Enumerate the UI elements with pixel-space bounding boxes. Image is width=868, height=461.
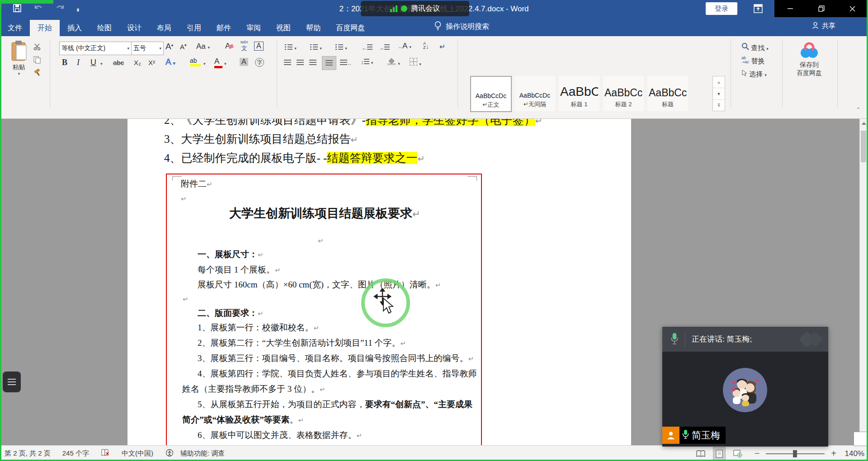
document-line-17[interactable]: 姓名（主要指导教师不多于 3 位）。↵ bbox=[182, 384, 325, 395]
subscript-button[interactable]: X₂ bbox=[134, 59, 141, 66]
login-button[interactable]: 登录 bbox=[706, 2, 737, 15]
italic-button[interactable]: I bbox=[77, 58, 80, 67]
zoom-slider-thumb[interactable] bbox=[793, 450, 797, 457]
shrink-font-icon[interactable]: A▾ bbox=[180, 43, 187, 51]
document-line-16[interactable]: 4、展板第四行：学院、项目负责人姓名、参与项目的学生姓名、指导教师 bbox=[198, 369, 477, 379]
document-line-20[interactable]: 6、展板中可以图文并茂、表格数据并存。↵ bbox=[198, 430, 362, 441]
change-case-icon[interactable]: Aa ▾ bbox=[196, 42, 210, 51]
align-left-icon[interactable] bbox=[284, 59, 291, 66]
customize-qat-icon[interactable]: ▾ bbox=[77, 7, 79, 11]
tab-baidu-netdisk[interactable]: 百度网盘 bbox=[328, 20, 373, 36]
language-indicator[interactable]: 中文(中国) bbox=[122, 449, 153, 458]
document-line-11[interactable]: ↵ bbox=[183, 294, 188, 304]
superscript-button[interactable]: X² bbox=[148, 59, 155, 66]
line-spacing-icon[interactable]: ↕ ▾ bbox=[361, 58, 373, 66]
zoom-in-button[interactable]: + bbox=[831, 448, 836, 459]
grow-font-icon[interactable]: A▴ bbox=[165, 42, 173, 52]
tab-help[interactable]: 帮助 bbox=[298, 20, 328, 36]
styles-scroll-up-icon[interactable]: ▲ bbox=[713, 76, 725, 88]
save-icon[interactable] bbox=[13, 4, 22, 14]
style-card-1[interactable]: AaBbCcDc↵正文 bbox=[470, 76, 512, 112]
tab-mailings[interactable]: 邮件 bbox=[209, 20, 239, 36]
font-size-combo[interactable]: 五号▾ bbox=[131, 42, 164, 55]
document-line-5[interactable]: ↵ bbox=[181, 193, 186, 204]
redo-icon[interactable] bbox=[55, 4, 65, 14]
shading-bucket-icon[interactable]: ▾ bbox=[387, 57, 400, 66]
save-to-baidu-netdisk-button[interactable]: 保存到 百度网盘 bbox=[786, 42, 833, 77]
styles-more-icon[interactable]: ⊽ bbox=[713, 99, 725, 111]
phonetic-guide-icon[interactable]: wén文 bbox=[241, 40, 248, 52]
bold-button[interactable]: B bbox=[62, 58, 67, 67]
clear-formatting-icon[interactable]: A bbox=[225, 42, 233, 51]
meeting-panel-toggle[interactable] bbox=[3, 372, 21, 392]
tab-draw[interactable]: 绘图 bbox=[90, 20, 119, 36]
document-line-15[interactable]: 3、展板第三行：项目编号、项目名称。项目编号按照合同书上的编号。↵ bbox=[198, 353, 474, 364]
style-card-3[interactable]: AaBbCcDc标题 1 bbox=[559, 76, 599, 111]
align-center-icon[interactable] bbox=[297, 59, 304, 66]
document-line-6[interactable]: 大学生创新训练项目结题展板要求↵ bbox=[229, 206, 420, 221]
show-hide-marks-icon[interactable]: ↵ bbox=[439, 42, 445, 51]
bullets-icon[interactable]: ▾ bbox=[285, 43, 297, 51]
web-layout-icon[interactable] bbox=[732, 447, 744, 460]
document-line-12[interactable]: 二、版面要求：↵ bbox=[198, 308, 263, 319]
character-shading-icon[interactable]: A bbox=[240, 58, 248, 66]
borders-icon[interactable]: ▾ bbox=[410, 58, 421, 67]
distribute-icon[interactable]: ↔ bbox=[340, 59, 352, 66]
document-line-7[interactable]: ↵ bbox=[318, 235, 323, 246]
meeting-video-area[interactable]: 简玉梅 bbox=[662, 352, 828, 447]
document-line-14[interactable]: 2、展板第二行：“大学生创新活动计划项目”11 个字。↵ bbox=[198, 338, 406, 348]
document-line-4[interactable]: 附件二↵ bbox=[181, 179, 212, 189]
document-line-1[interactable]: 2、《大学生创新训练项目结题申请表》-指导老师，学生签好字（电子签）↵ bbox=[164, 119, 542, 127]
page-indicator[interactable]: 第 2 页, 共 2 页 bbox=[5, 449, 51, 458]
decrease-indent-icon[interactable]: ← bbox=[362, 43, 373, 51]
word-count[interactable]: 245 个字 bbox=[62, 449, 89, 458]
zoom-percentage[interactable]: 140% bbox=[843, 449, 864, 458]
accessibility-icon[interactable] bbox=[165, 449, 174, 458]
proofing-status-icon[interactable] bbox=[101, 449, 110, 458]
document-line-3[interactable]: 4、已经制作完成的展板电子版- -结题答辩要求之一↵ bbox=[164, 151, 425, 165]
enclose-characters-icon[interactable]: 字 bbox=[255, 58, 264, 67]
find-button[interactable]: 查找 ▾ bbox=[741, 42, 769, 52]
scroll-up-icon[interactable] bbox=[862, 122, 866, 125]
multilevel-list-icon[interactable]: ▾ bbox=[335, 43, 347, 51]
meeting-banner[interactable]: 腾讯会议 bbox=[361, 1, 469, 16]
tell-me-box[interactable]: 操作说明搜索 bbox=[434, 21, 489, 33]
zoom-slider[interactable] bbox=[766, 450, 825, 457]
document-line-18[interactable]: 5、从展板第五行开始，为项目的正式内容，要求有“创新点”、“主要成果 bbox=[198, 400, 472, 410]
text-highlight-icon[interactable]: ab bbox=[190, 57, 201, 66]
highlight-dropdown-icon[interactable]: ▾ bbox=[203, 61, 206, 66]
cut-icon[interactable] bbox=[33, 43, 42, 52]
minimize-button[interactable] bbox=[774, 0, 806, 17]
style-card-5[interactable]: AaBbCcDc标题 bbox=[647, 76, 688, 111]
format-painter-icon[interactable] bbox=[33, 69, 41, 78]
read-mode-icon[interactable] bbox=[695, 447, 707, 460]
tab-view[interactable]: 视图 bbox=[269, 20, 298, 36]
asian-layout-icon[interactable]: ↔A ▾ bbox=[398, 42, 411, 51]
replace-button[interactable]: ab⇢ac 替换 bbox=[741, 56, 764, 66]
sort-icon[interactable]: AZ↓ bbox=[423, 42, 429, 50]
document-line-8[interactable]: 一、展板尺寸：↵ bbox=[198, 249, 263, 260]
document-line-19[interactable]: 简介”或“体验及收获”等要素。↵ bbox=[182, 415, 304, 425]
tab-design[interactable]: 设计 bbox=[119, 20, 149, 36]
tab-file[interactable]: 文件 bbox=[0, 20, 30, 36]
tab-home[interactable]: 开始 bbox=[30, 20, 60, 36]
font-name-combo[interactable]: 等线 (中文正文)▾ bbox=[59, 42, 132, 55]
styles-scroll-down-icon[interactable]: ▼ bbox=[713, 88, 725, 99]
share-button[interactable]: 共享 bbox=[812, 22, 835, 30]
tab-insert[interactable]: 插入 bbox=[60, 20, 90, 36]
copy-icon[interactable] bbox=[33, 56, 41, 65]
tab-references[interactable]: 引用 bbox=[179, 20, 209, 36]
paste-button[interactable]: 粘贴 ▾ bbox=[6, 41, 32, 76]
font-color-icon[interactable]: A bbox=[214, 57, 222, 68]
meeting-panel-header[interactable]: 正在讲话: 简玉梅; bbox=[662, 327, 828, 352]
justify-icon[interactable] bbox=[322, 56, 336, 70]
undo-icon[interactable] bbox=[33, 4, 43, 14]
accessibility-status[interactable]: 辅助功能: 调查 bbox=[180, 449, 225, 458]
restore-button[interactable] bbox=[806, 0, 837, 17]
print-layout-icon[interactable] bbox=[713, 447, 726, 461]
scrollbar-thumb[interactable] bbox=[861, 131, 866, 162]
tab-layout[interactable]: 布局 bbox=[149, 20, 179, 36]
text-effects-icon[interactable]: A ▾ bbox=[165, 57, 175, 67]
zoom-out-button[interactable]: − bbox=[755, 448, 760, 459]
font-color-dropdown-icon[interactable]: ▾ bbox=[224, 61, 226, 66]
